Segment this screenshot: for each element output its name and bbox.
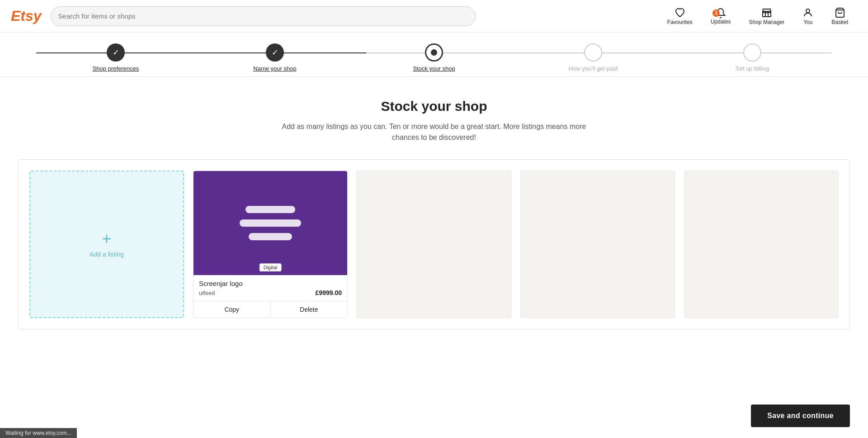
- menu-bar-2: [240, 219, 301, 227]
- search-bar: [51, 6, 476, 26]
- step-circle-5: [743, 43, 761, 62]
- step-circle-1: ✓: [107, 43, 125, 62]
- empty-card-1: [357, 171, 511, 318]
- svg-rect-2: [763, 11, 771, 17]
- listing-price: £9999.00: [316, 289, 342, 296]
- step-name-your-shop[interactable]: ✓ Name your shop: [195, 43, 354, 72]
- basket-label: Basket: [831, 19, 848, 25]
- listing-info: Screenjar logo uifeed £9999.00: [193, 275, 347, 296]
- nav-shop-manager[interactable]: Shop Manager: [740, 7, 794, 25]
- listing-actions: Copy Delete: [193, 301, 347, 318]
- step-how-paid[interactable]: How you'll get paid: [514, 43, 673, 72]
- step-billing[interactable]: Set up billing: [673, 43, 832, 72]
- nav-you[interactable]: You: [793, 7, 822, 25]
- basket-icon: [835, 7, 845, 18]
- you-label: You: [803, 19, 812, 25]
- menu-bar-1: [245, 206, 296, 213]
- empty-card-2: [520, 171, 675, 318]
- step-stock-your-shop[interactable]: Stock your shop: [354, 43, 514, 72]
- add-listing-label: Add a listing: [90, 251, 124, 258]
- listing-card-product: Digital Screenjar logo uifeed £9999.00 C…: [193, 171, 348, 318]
- progress-section: ✓ Shop preferences ✓ Name your shop Stoc…: [0, 33, 868, 77]
- digital-badge: Digital: [259, 263, 282, 271]
- add-listing-card[interactable]: + Add a listing: [29, 171, 184, 318]
- nav-favourites[interactable]: Favourites: [658, 7, 702, 25]
- step-label-2[interactable]: Name your shop: [253, 65, 296, 72]
- step-label-4[interactable]: How you'll get paid: [569, 65, 618, 72]
- shop-manager-label: Shop Manager: [749, 19, 785, 25]
- listings-grid: + Add a listing Digital Screenjar logo: [29, 171, 839, 318]
- step-circle-3: [425, 43, 443, 62]
- delete-button[interactable]: Delete: [271, 301, 348, 318]
- progress-track: ✓ Shop preferences ✓ Name your shop Stoc…: [0, 43, 868, 72]
- step-label-1[interactable]: Shop preferences: [93, 65, 139, 72]
- step-label-3[interactable]: Stock your shop: [413, 65, 455, 72]
- main-content: Stock your shop Add as many listings as …: [0, 77, 868, 348]
- nav-updates[interactable]: 1 Updates: [702, 8, 740, 25]
- etsy-logo[interactable]: Etsy: [11, 8, 42, 24]
- updates-label: Updates: [711, 19, 731, 25]
- page-subtitle: Add as many listings as you can. Ten or …: [280, 121, 588, 143]
- product-image-container: Digital: [193, 171, 347, 275]
- empty-card-3: [684, 171, 839, 318]
- step-circle-2: ✓: [266, 43, 284, 62]
- step-shop-preferences[interactable]: ✓ Shop preferences: [36, 43, 195, 72]
- copy-button[interactable]: Copy: [193, 301, 271, 318]
- page-title: Stock your shop: [18, 99, 850, 114]
- plus-icon: +: [102, 231, 111, 247]
- user-icon: [802, 7, 813, 18]
- favourites-label: Favourites: [667, 19, 693, 25]
- listing-name: Screenjar logo: [199, 280, 342, 287]
- nav-actions: Favourites 1 Updates Shop Manager: [658, 7, 857, 25]
- updates-badge: 1: [712, 10, 720, 17]
- progress-steps: ✓ Shop preferences ✓ Name your shop Stoc…: [36, 43, 832, 72]
- shop-icon: [761, 7, 772, 18]
- listing-meta: uifeed £9999.00: [199, 289, 342, 296]
- listings-container: + Add a listing Digital Screenjar logo: [18, 159, 850, 329]
- listing-shop: uifeed: [199, 290, 215, 296]
- bell-icon-wrap: 1: [715, 8, 726, 19]
- search-button[interactable]: [464, 10, 468, 23]
- nav-basket[interactable]: Basket: [822, 7, 857, 25]
- product-circle: [223, 176, 318, 271]
- step-circle-4: [584, 43, 602, 62]
- header: Etsy Favourites 1 Updates: [0, 0, 868, 33]
- search-input[interactable]: [58, 12, 464, 20]
- svg-point-3: [806, 9, 810, 13]
- step-label-5[interactable]: Set up billing: [736, 65, 769, 72]
- heart-icon: [675, 7, 685, 18]
- menu-bar-3: [249, 233, 292, 240]
